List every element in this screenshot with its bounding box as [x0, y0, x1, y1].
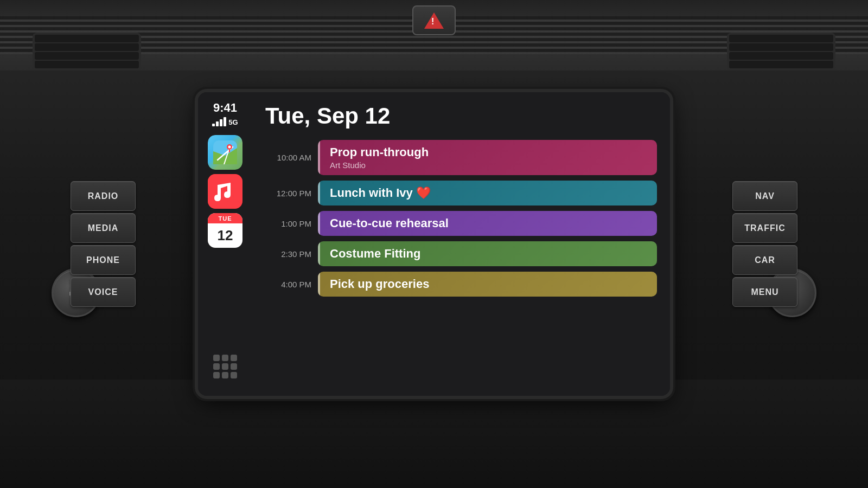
event-time: 10:00 AM	[265, 153, 311, 162]
left-controls: RADIO MEDIA PHONE VOICE	[71, 181, 136, 307]
event-card-costume[interactable]: Costume Fitting	[318, 241, 657, 266]
right-controls: NAV TRAFFIC CAR MENU	[732, 181, 797, 307]
sidebar: 9:41 5G	[198, 92, 252, 396]
music-app-icon[interactable]	[208, 174, 242, 209]
svg-point-6	[228, 146, 231, 149]
event-row: 12:00 PM Lunch with Ivy ❤️	[265, 181, 657, 206]
top-vent	[0, 0, 868, 70]
event-row: 2:30 PM Costume Fitting	[265, 241, 657, 266]
maps-app-icon[interactable]	[208, 135, 242, 170]
signal-bars: 5G	[212, 117, 238, 126]
nav-button[interactable]: NAV	[732, 181, 797, 211]
phone-button[interactable]: PHONE	[71, 245, 136, 275]
left-side-vent	[33, 33, 141, 70]
event-card-rehearsal[interactable]: Cue-to-cue rehearsal	[318, 211, 657, 236]
event-title: Pick up groceries	[326, 277, 649, 291]
time-display: 9:41 5G	[212, 101, 238, 126]
event-time: 12:00 PM	[265, 189, 311, 198]
event-time: 4:00 PM	[265, 280, 311, 289]
event-card-groceries[interactable]: Pick up groceries	[318, 272, 657, 297]
network-label: 5G	[228, 118, 238, 126]
emergency-button[interactable]	[412, 5, 456, 35]
event-title: Lunch with Ivy ❤️	[326, 186, 649, 200]
media-button[interactable]: MEDIA	[71, 213, 136, 243]
car-button[interactable]: CAR	[732, 245, 797, 275]
dashboard: RADIO MEDIA PHONE VOICE NAV TRAFFIC CAR …	[0, 0, 868, 488]
voice-button[interactable]: VOICE	[71, 277, 136, 307]
calendar-day-label: TUE	[208, 213, 242, 223]
event-card-prop-run[interactable]: Prop run-through Art Studio	[318, 140, 657, 175]
event-time: 1:00 PM	[265, 219, 311, 228]
event-row: 4:00 PM Pick up groceries	[265, 272, 657, 297]
menu-button[interactable]: MENU	[732, 277, 797, 307]
calendar-app-icon[interactable]: TUE 12	[208, 213, 242, 248]
event-title: Prop run-through	[326, 145, 649, 159]
svg-rect-8	[208, 174, 242, 209]
date-header: Tue, Sep 12	[265, 103, 657, 129]
app-grid-button[interactable]	[213, 355, 237, 387]
calendar-day-number: 12	[218, 223, 233, 248]
event-title: Cue-to-cue rehearsal	[326, 216, 649, 230]
emergency-triangle-icon	[424, 12, 444, 29]
bottom-dash-area	[0, 380, 868, 488]
event-subtitle: Art Studio	[326, 160, 649, 170]
radio-button[interactable]: RADIO	[71, 181, 136, 211]
events-list: 10:00 AM Prop run-through Art Studio 12:…	[265, 140, 657, 297]
event-card-lunch[interactable]: Lunch with Ivy ❤️	[318, 181, 657, 206]
traffic-button[interactable]: TRAFFIC	[732, 213, 797, 243]
main-content: Tue, Sep 12 10:00 AM Prop run-through Ar…	[252, 92, 670, 396]
event-row: 10:00 AM Prop run-through Art Studio	[265, 140, 657, 175]
event-title: Costume Fitting	[326, 247, 649, 261]
time-text: 9:41	[212, 101, 238, 115]
right-side-vent	[727, 33, 835, 70]
event-time: 2:30 PM	[265, 249, 311, 259]
carplay-screen: 9:41 5G	[198, 92, 670, 396]
event-row: 1:00 PM Cue-to-cue rehearsal	[265, 211, 657, 236]
